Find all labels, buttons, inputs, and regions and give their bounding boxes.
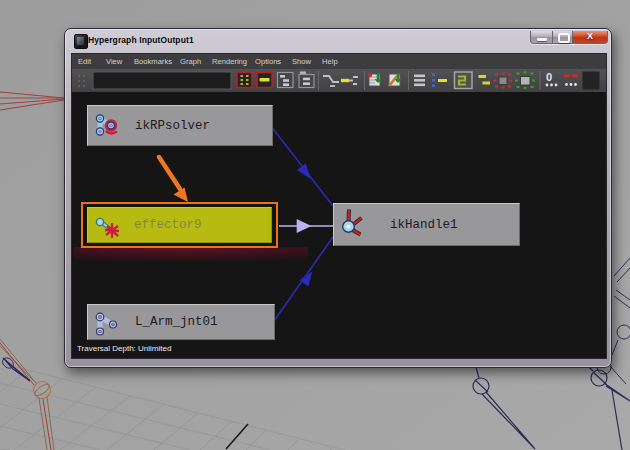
svg-text:0: 0	[546, 71, 552, 83]
